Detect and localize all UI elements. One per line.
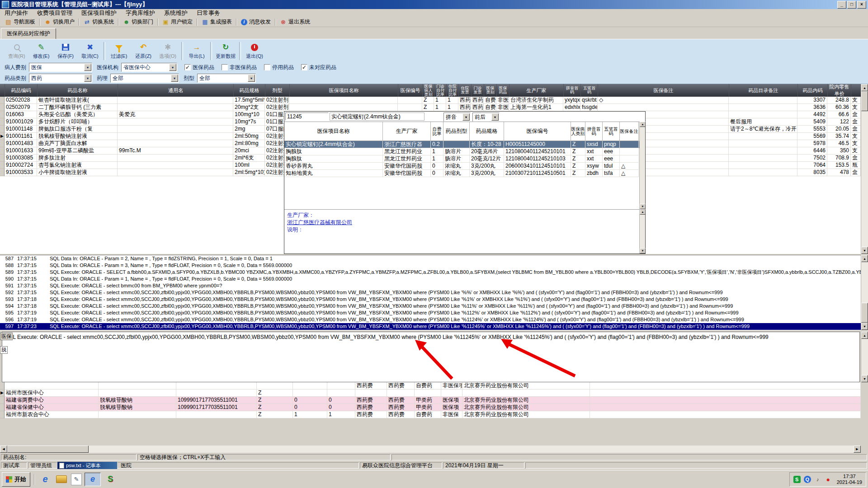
menu-item[interactable]: 用户操作 [0,9,33,17]
action-button[interactable]: 查询(R) [5,41,29,61]
checkbox-医保药品[interactable]: ✓医保药品 [184,64,214,71]
editor-icon[interactable]: S [104,473,117,486]
scroll-down-arrow[interactable]: ▼ [861,375,868,382]
checkbox-box[interactable]: ✓ [301,64,307,70]
insurance-center-row[interactable]: ▶福州市医保中心Z [0,389,861,397]
red-tray-icon[interactable]: ● [825,476,832,483]
sql-log-line[interactable]: 59317:37:18SQL Execute: ORACLE - select … [0,296,861,303]
checkbox-box[interactable] [264,64,270,70]
volume-icon[interactable]: ♪ [814,476,821,483]
sql-log-line[interactable]: 59517:37:19SQL Execute: ORACLE - select … [0,310,861,316]
lookup-result-row[interactable]: 香砂养胃丸安徽华佗国药股0浓缩丸3克/200丸20600034101124510… [284,163,640,170]
lookup-result-row[interactable]: 胸腺肽黑龙江世邦药业1肠溶片20毫克/12片121080040112452101… [284,155,640,163]
scroll-down-arrow[interactable]: ▼ [640,204,646,209]
menu-item[interactable]: 日常事务 [192,9,225,17]
scroll-thumb[interactable] [7,446,89,453]
toolbar-item-8[interactable]: ⊗退出系统 [277,18,313,27]
toolbar-item-6[interactable]: ▦集成报表 [198,18,235,27]
scroll-up-arrow[interactable]: ▲ [861,84,868,91]
notepad-shortcut-icon[interactable]: ✎ [71,474,82,485]
sql-log-line[interactable]: 59617:37:19SQL Execute: ORACLE - select … [0,316,861,323]
scroll-down-arrow[interactable]: ▼ [861,247,868,254]
chevron-down-icon[interactable]: ▼ [462,113,470,121]
his-app-window-icon[interactable]: e [85,473,101,486]
sort-mode-combobox[interactable]: 拼音 ▼ [443,113,471,122]
sql-log-line[interactable]: 59217:37:15SQL Execute: ORACLE - select … [0,289,861,296]
dosage-form-combobox[interactable]: 全部 ▼ [197,74,256,83]
sql-log-line[interactable]: 59117:37:15SQL Execute: ORACLE - select … [0,282,861,289]
checkbox-停用药品[interactable]: 停用药品 [264,64,294,71]
action-button[interactable]: ↻更新数据 [213,41,238,61]
menu-item[interactable]: 收费项目管理 [33,9,77,17]
menu-item[interactable]: 医保项目维护 [77,9,121,17]
background-window-tab[interactable]: 医保 [0,333,13,340]
toolbar-item-4[interactable]: ☻切换部门 [120,18,156,27]
start-button[interactable]: 开始 [2,472,30,487]
insurance-center-row[interactable]: 西药费西药费自费药非医保项北京赛升药业股份有限公司 [0,382,861,389]
sql-log-line[interactable]: 58717:37:15SQL Data In: ORACLE - Param =… [0,255,861,262]
drug-category-combobox[interactable]: 西药 ▼ [29,74,92,83]
insurance-center-row[interactable]: 福州市新农合中心Z11西药费西药费自费药非医保北京赛升药业股份有限公司 [0,411,861,418]
tab-yibao-drug-mapping[interactable]: 医保药品对应维护 [1,28,56,39]
action-button[interactable]: 退出(Q) [242,41,267,61]
lookup-result-row[interactable]: 胸腺肽黑龙江世邦药业1肠溶片20毫克/6片1210800401124521010… [284,148,640,155]
checkbox-box[interactable]: ✓ [184,64,191,70]
patient-fee-type-combobox[interactable]: 医保 ▼ [29,63,92,72]
scroll-up-arrow[interactable]: ▲ [640,209,646,215]
sql-log-line[interactable]: 58817:37:15SQL Data In: ORACLE - Param =… [0,262,861,269]
action-button[interactable]: ↶还原(Z) [131,41,156,61]
scroll-up-arrow[interactable]: ▲ [640,122,646,127]
folder-icon[interactable] [55,473,68,486]
chevron-down-icon[interactable]: ▼ [169,64,176,71]
toolbar-item-3[interactable]: ⇄切换系统 [80,18,117,27]
scroll-down-arrow[interactable]: ▼ [861,323,868,330]
chevron-down-icon[interactable]: ▼ [248,75,255,82]
chevron-down-icon[interactable]: ▼ [84,64,91,71]
menu-item[interactable]: 字典库维护 [121,9,160,17]
lookup-result-row[interactable]: 知柏地黄丸安徽华佗国药股0浓缩丸3克/200丸21003072101124510… [284,170,640,177]
scroll-up-arrow[interactable]: ▲ [861,332,868,339]
sql-log-line[interactable]: 59417:37:18SQL Execute: ORACLE - select … [0,303,861,310]
chevron-down-icon[interactable]: ▼ [491,113,499,121]
menu-item[interactable]: 系统维护 [160,9,192,17]
toolbar-item-1[interactable]: ▤导航面板 [2,18,38,27]
qq-tray-icon[interactable]: Q [804,476,811,483]
action-button[interactable]: ✖取消(C) [78,41,102,61]
drug-row[interactable]: 02502079二丁酰环磷腺苷钙 (三力素20mg*2支02注射剂Z11西药费西… [0,104,861,111]
close-button[interactable]: × [857,1,866,9]
sql-log-line[interactable]: 59717:37:23SQL Execute: ORACLE - select … [0,323,861,330]
toolbar-item-2[interactable]: ☻切换用户 [41,18,78,27]
checkbox-未对应药品[interactable]: ✓未对应药品 [301,64,336,71]
action-button[interactable]: ✎修改(E) [29,41,53,61]
toolbar-item-7[interactable]: i消息收发 [238,18,274,27]
action-button[interactable]: ✱选项(O) [156,41,180,61]
checkbox-非医保药品[interactable]: 非医保药品 [222,64,257,71]
lookup-search-input[interactable] [285,113,329,121]
action-button[interactable]: →导出(L) [184,41,209,61]
maximize-button[interactable]: □ [847,1,856,9]
scroll-left-arrow[interactable]: ◀ [0,446,7,453]
toolbar-item-5[interactable]: ▣用户锁定 [159,18,196,27]
sql-log-line[interactable]: 59017:37:15SQL Data In: ORACLE - Param =… [0,276,861,282]
scroll-thumb[interactable] [861,303,868,323]
lookup-result-row[interactable]: 实心锁定螺钉(2.4mm钛合金)浙江广慈医疗器0.2长度：10-28H00051… [284,141,640,148]
match-mode-combobox[interactable]: 前后 ▼ [472,113,500,122]
insurance-center-row[interactable]: 福建省两费中心脱氧核苷酸钠10999017177035511001Z00西药费西… [0,397,861,404]
scroll-down-arrow[interactable]: ▼ [640,248,646,253]
action-button[interactable]: 保存(F) [53,41,78,61]
checkbox-box[interactable] [222,64,228,70]
scroll-up-arrow[interactable]: ▲ [861,255,868,262]
pharmacology-combobox[interactable]: 全部 ▼ [110,74,179,83]
notepad-window-titlebar[interactable]: psw.txt - 记事本 [57,461,118,469]
scroll-thumb[interactable] [861,91,868,111]
sql-log-line[interactable]: 58917:37:15SQL Execute: ORACLE - SELECT … [0,269,861,276]
chevron-down-icon[interactable]: ▼ [84,75,91,82]
green-tray-icon[interactable]: S [793,476,801,483]
ie-browser-icon[interactable]: e [38,473,52,486]
drug-row[interactable]: 02502028银杏叶提取物注射液(17.5mg*5ml*02注射剂Z11西药费… [0,97,861,104]
insurance-center-row[interactable]: 福建省保健中心脱氧核苷酸钠10999017177035511001Z00西药费西… [0,404,861,411]
insurance-org-combobox[interactable]: 省医保中心 ▼ [121,63,177,72]
action-button[interactable]: 过滤(E) [107,41,131,61]
scroll-right-arrow[interactable]: ▶ [854,446,861,453]
chevron-down-icon[interactable]: ▼ [171,75,178,82]
